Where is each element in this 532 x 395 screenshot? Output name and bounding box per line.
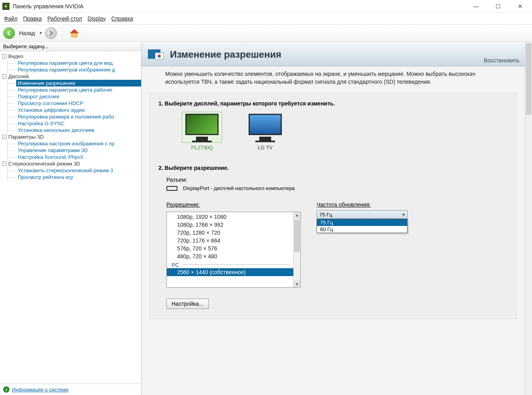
- page-title: Изменение разрешения: [170, 49, 281, 60]
- scroll-thumb[interactable]: [526, 43, 531, 115]
- collapse-icon[interactable]: −: [2, 162, 7, 166]
- sidebar-header: Выберите задачу...: [0, 42, 141, 51]
- menu-help[interactable]: Справка: [111, 15, 133, 22]
- tree-item[interactable]: Регулировка параметров цвета рабочег: [16, 87, 141, 93]
- tree-item[interactable]: Регулировка параметров цвета для вид: [16, 60, 141, 66]
- tree-item[interactable]: Просмотр рейтинга игр: [16, 174, 141, 181]
- tree-category-video[interactable]: −Видео: [2, 53, 141, 60]
- resolution-option[interactable]: 720p, 1176 × 664: [167, 237, 293, 245]
- resolution-listbox[interactable]: 1080p, 1920 × 1080 1080p, 1768 × 992 720…: [166, 212, 301, 288]
- tree-item[interactable]: Настройка Surround, PhysX: [16, 154, 141, 160]
- system-info-link[interactable]: Информация о системе: [12, 387, 69, 393]
- tree-item[interactable]: Установка нескольких дисплеев: [16, 127, 141, 134]
- close-button[interactable]: ✕: [514, 2, 526, 11]
- maximize-button[interactable]: ☐: [492, 2, 504, 11]
- toolbar-separator: [62, 28, 63, 39]
- content-area: Изменение разрешения Восстановить Можно …: [141, 42, 532, 395]
- resolution-scrollbar[interactable]: ▲ ▼: [293, 212, 300, 287]
- sidebar-footer: i Информация о системе: [0, 384, 141, 395]
- resolution-option[interactable]: 480p, 720 × 480: [167, 252, 293, 260]
- content-header: Изменение разрешения Восстановить: [141, 42, 525, 66]
- back-dropdown-icon[interactable]: ▼: [39, 31, 43, 35]
- menu-desktop[interactable]: Рабочий стол: [47, 15, 82, 22]
- tree-item[interactable]: Регулировка параметров изображения д: [16, 66, 141, 73]
- refresh-rate-dropdown[interactable]: 75 Гц 60 Гц: [317, 219, 407, 233]
- window-title: Панель управления NVIDIA: [13, 3, 470, 9]
- tree-category-stereo3d[interactable]: −Стереоскопический режим 3D: [2, 160, 141, 167]
- monitor-icon: [182, 112, 222, 142]
- tree-item[interactable]: Установка цифрового аудио: [16, 107, 141, 113]
- scroll-thumb[interactable]: [294, 220, 300, 252]
- chevron-down-icon: ▼: [402, 213, 406, 217]
- refresh-rate-combobox[interactable]: 75 Гц ▼: [317, 210, 407, 219]
- back-label: Назад: [19, 30, 35, 36]
- customize-button[interactable]: Настройка...: [166, 299, 209, 309]
- refresh-option[interactable]: 75 Гц: [317, 219, 407, 226]
- scroll-up-icon[interactable]: ▲: [294, 212, 300, 218]
- forward-button[interactable]: [45, 27, 57, 39]
- tree-item[interactable]: Управление параметрами 3D: [16, 147, 141, 154]
- refresh-label: Частота обновления:: [317, 201, 407, 208]
- step1-title: 1. Выберите дисплей, параметры которого …: [158, 100, 508, 107]
- tree-item[interactable]: Регулировка размера и положения рабо: [16, 113, 141, 120]
- displayport-icon: [166, 186, 177, 191]
- resolution-label: Разрешение:: [166, 201, 301, 208]
- tree-item[interactable]: Поворот дисплея: [16, 93, 141, 100]
- restore-link[interactable]: Восстановить: [484, 57, 519, 64]
- resolution-option[interactable]: 1080p, 1920 × 1080: [167, 213, 293, 221]
- resolution-option[interactable]: 720p, 1280 × 720: [167, 229, 293, 237]
- page-description: Можно уменьшить количество элементов, от…: [141, 66, 525, 90]
- resolution-group-pc: PC: [167, 260, 293, 268]
- step2-title: 2. Выберите разрешение.: [158, 165, 508, 171]
- display-option-lgtv[interactable]: LG TV: [245, 112, 285, 150]
- tree-category-display[interactable]: −Дисплей: [2, 73, 141, 80]
- refresh-selected-value: 75 Гц: [319, 212, 332, 218]
- resolution-option[interactable]: 1080p, 1768 × 992: [167, 221, 293, 229]
- refresh-option[interactable]: 60 Гц: [317, 226, 407, 233]
- home-button[interactable]: [68, 28, 80, 39]
- minimize-button[interactable]: —: [470, 2, 482, 11]
- toolbar: Назад ▼: [0, 24, 532, 42]
- back-button[interactable]: [3, 27, 15, 39]
- task-tree[interactable]: −Видео Регулировка параметров цвета для …: [0, 51, 141, 384]
- scroll-down-icon[interactable]: ▼: [294, 281, 300, 287]
- resolution-option[interactable]: 576p, 720 × 576: [167, 245, 293, 252]
- display-option-pl2730q[interactable]: PL2730Q: [182, 112, 222, 150]
- tree-item-change-resolution[interactable]: Изменение разрешения: [16, 80, 141, 87]
- collapse-icon[interactable]: −: [2, 135, 7, 139]
- resolution-option-selected[interactable]: 2560 × 1440 (собственное): [167, 268, 293, 276]
- menu-display[interactable]: Display: [88, 15, 106, 22]
- tree-item[interactable]: Регулировка настроек изображения с пр: [16, 140, 141, 147]
- content-scrollbar[interactable]: [525, 42, 532, 395]
- tree-category-3d[interactable]: −Параметры 3D: [2, 134, 141, 140]
- svg-marker-2: [70, 29, 79, 33]
- svg-point-0: [5, 5, 7, 8]
- titlebar: Панель управления NVIDIA — ☐ ✕: [0, 0, 532, 13]
- collapse-icon[interactable]: −: [2, 74, 7, 79]
- menu-edit[interactable]: Правка: [23, 15, 42, 22]
- monitor-icon: [245, 112, 285, 142]
- menu-file[interactable]: Файл: [4, 15, 17, 22]
- resolution-header-icon: [148, 47, 165, 62]
- connector-value: DisplayPort - дисплей настольного компью…: [183, 185, 295, 191]
- tree-item[interactable]: Просмотр состояния HDCP: [16, 100, 141, 107]
- tree-item[interactable]: Установить стереоскопический режим 3: [16, 167, 141, 174]
- display-picker: PL2730Q LG TV: [158, 112, 508, 150]
- sidebar: Выберите задачу... −Видео Регулировка па…: [0, 42, 141, 395]
- tree-item[interactable]: Настройка G-SYNC: [16, 120, 141, 127]
- display-label: PL2730Q: [191, 145, 213, 150]
- info-icon: i: [3, 386, 9, 393]
- menubar: Файл Правка Рабочий стол Display Справка: [0, 13, 532, 24]
- connector-label: Разъем:: [166, 177, 508, 183]
- settings-panel: 1. Выберите дисплей, параметры которого …: [149, 93, 517, 319]
- display-label: LG TV: [258, 145, 272, 150]
- collapse-icon[interactable]: −: [2, 54, 7, 58]
- nvidia-app-icon: [2, 3, 9, 10]
